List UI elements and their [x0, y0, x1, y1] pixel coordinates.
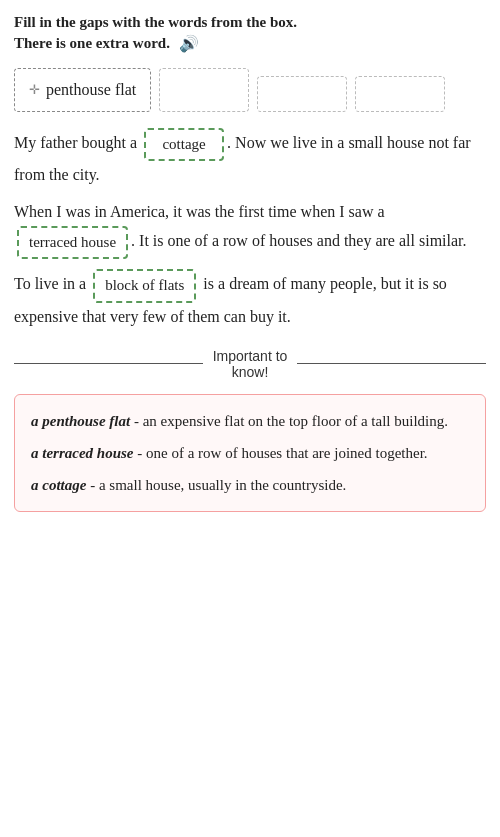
important-line-right	[297, 363, 486, 364]
word-label-penthouse-flat: penthouse flat	[46, 81, 136, 99]
def-text-cottage: - a small house, usually in the countrys…	[86, 477, 346, 493]
def-term-terraced-house: a terraced house	[31, 445, 134, 461]
paragraph-2: When I was in America, it was the first …	[14, 198, 486, 259]
def-term-penthouse-flat: a penthouse flat	[31, 413, 130, 429]
instruction-line1: Fill in the gaps with the words from the…	[14, 14, 297, 30]
p3-text-before: To live in a	[14, 276, 90, 293]
important-section: Important to know!	[14, 348, 486, 380]
draggable-word-penthouse-flat[interactable]: ✛ penthouse flat	[14, 68, 151, 112]
p2-text-after: . It is one of a row of houses and they …	[131, 232, 466, 249]
important-line-left	[14, 363, 203, 364]
paragraph-3: To live in a block of flats is a dream o…	[14, 269, 486, 330]
definitions-box: a penthouse flat - an expensive flat on …	[14, 394, 486, 512]
definition-terraced-house: a terraced house - one of a row of house…	[31, 441, 469, 465]
def-term-cottage: a cottage	[31, 477, 86, 493]
word-bank: ✛ penthouse flat	[14, 68, 486, 112]
p1-text-before: My father bought a	[14, 134, 141, 151]
empty-word-box-2	[257, 76, 347, 112]
important-label: Important to know!	[203, 348, 298, 380]
definition-cottage: a cottage - a small house, usually in th…	[31, 473, 469, 497]
definition-penthouse-flat: a penthouse flat - an expensive flat on …	[31, 409, 469, 433]
instruction-line2: There is one extra word.	[14, 35, 170, 51]
instruction-block: Fill in the gaps with the words from the…	[14, 12, 486, 56]
answer-box-block-of-flats[interactable]: block of flats	[93, 269, 196, 303]
empty-word-box-3	[355, 76, 445, 112]
def-text-penthouse-flat: - an expensive flat on the top floor of …	[130, 413, 448, 429]
paragraph-1: My father bought a cottage. Now we live …	[14, 128, 486, 189]
move-icon: ✛	[29, 82, 40, 98]
p2-text-before: When I was in America, it was the first …	[14, 203, 385, 220]
empty-word-box-1	[159, 68, 249, 112]
answer-box-terraced-house[interactable]: terraced house	[17, 226, 128, 260]
answer-box-cottage[interactable]: cottage	[144, 128, 224, 162]
sound-icon[interactable]: 🔊	[179, 33, 199, 55]
def-text-terraced-house: - one of a row of houses that are joined…	[134, 445, 428, 461]
